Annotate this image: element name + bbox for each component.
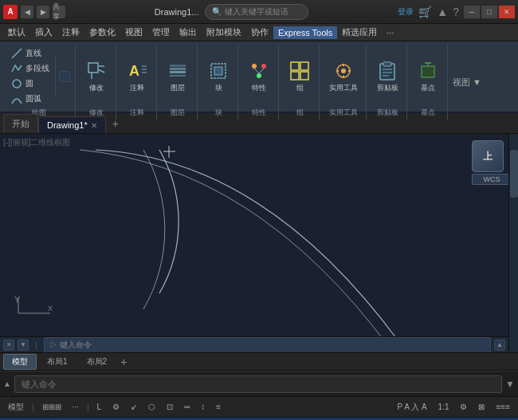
group-btn[interactable]: 组 — [285, 58, 314, 94]
menu-insert[interactable]: 插入 — [30, 25, 57, 40]
clipboard-btn[interactable]: 剪贴板 — [373, 58, 402, 94]
status-polar[interactable]: ⬡ — [145, 401, 159, 413]
view-toggle[interactable]: 视图 ▼ — [449, 45, 485, 120]
command-line: ▲ ▼ — [0, 371, 518, 396]
add-layout-btn[interactable]: + — [117, 355, 130, 368]
clipboard-icon — [376, 60, 398, 82]
draw-expand-btn[interactable] — [59, 71, 70, 82]
ribbon-group-clipboard: 剪贴板 剪贴板 — [368, 45, 407, 120]
quick-access-forward[interactable]: ▶ — [37, 6, 49, 18]
svg-rect-39 — [0, 134, 518, 352]
draw-circle-btn[interactable]: 圆 — [8, 77, 52, 91]
side-scrollbar[interactable] — [508, 134, 518, 352]
drawing-title: Drawing1... — [155, 7, 199, 17]
menu-addons[interactable]: 附加模块 — [202, 25, 246, 40]
add-drawing-tab[interactable]: + — [106, 114, 125, 133]
command-input[interactable] — [14, 375, 502, 393]
status-ortho[interactable]: ↙ — [128, 401, 140, 413]
svg-line-19 — [254, 69, 259, 73]
app-icon[interactable]: A — [3, 5, 18, 19]
block-icon — [207, 60, 230, 82]
modify-items: 修改 — [82, 46, 111, 106]
ribbon-group-modify: 修改 修改 — [77, 45, 116, 120]
mini-toolbar: ✕ ▼ | ▷ 键入命令 ▲ — [0, 336, 508, 352]
login-btn[interactable]: 登录 — [398, 6, 414, 18]
share-btn[interactable]: 共享 — [53, 6, 65, 18]
modify-btn[interactable]: 修改 — [82, 58, 111, 94]
help-icon[interactable]: ? — [453, 6, 459, 18]
close-btn[interactable]: ✕ — [499, 6, 515, 18]
menu-output[interactable]: 输出 — [175, 25, 202, 40]
properties-label: 特性 — [252, 84, 266, 92]
draw-polyline-btn[interactable]: 多段线 — [8, 61, 52, 76]
model-tab-layout2[interactable]: 布局2 — [78, 354, 116, 370]
status-snap[interactable]: L — [94, 401, 105, 413]
annotation-group-label: 注释 — [130, 108, 144, 118]
status-scale[interactable]: 1:1 — [435, 401, 453, 413]
ribbon-group-utilities: 实用工具 实用工具 — [321, 45, 367, 120]
layers-icon — [167, 60, 189, 82]
status-model[interactable]: 模型 — [5, 400, 27, 414]
arc-icon — [10, 92, 23, 105]
cmd-scroll-icon[interactable]: ▼ — [505, 379, 515, 390]
menu-annotation[interactable]: 注释 — [57, 25, 84, 40]
menu-manage[interactable]: 管理 — [147, 25, 175, 40]
status-grid[interactable]: ⊞⊞⊞ — [39, 401, 65, 413]
status-fullscreen[interactable]: ≡≡≡ — [492, 401, 513, 413]
nav-cube[interactable]: 上 WCS — [472, 140, 512, 180]
restore-btn[interactable]: □ — [481, 6, 497, 18]
title-bar-right: 登录 🛒 ▲ ? ─ □ ✕ — [398, 6, 515, 18]
annotation-items: A 注释 — [123, 46, 151, 106]
mini-btn-1[interactable]: ✕ — [3, 340, 14, 351]
status-lock[interactable]: ⊠ — [475, 401, 488, 413]
draw-line-btn[interactable]: 直线 — [8, 46, 52, 61]
base-btn[interactable]: 基点 — [414, 58, 442, 94]
scroll-thumb[interactable] — [510, 150, 518, 198]
menu-default[interactable]: 默认 — [3, 25, 30, 40]
status-osnap[interactable]: ⊡ — [163, 401, 176, 413]
menu-more[interactable]: ··· — [382, 26, 398, 39]
status-workspace[interactable]: ⚙ — [457, 401, 470, 413]
utilities-btn[interactable]: 实用工具 — [326, 58, 361, 94]
tab-drawing1-label: Drawing1* — [47, 120, 88, 130]
model-tab-layout1[interactable]: 布局1 — [38, 354, 77, 370]
menu-view[interactable]: 视图 — [120, 25, 147, 40]
title-bar-icons: A ◀ ▶ 共享 — [3, 5, 65, 19]
model-tab-model[interactable]: 模型 — [3, 354, 37, 370]
menu-featured[interactable]: 精选应用 — [337, 25, 382, 40]
modify-label: 修改 — [89, 84, 104, 92]
share2-icon[interactable]: ▲ — [437, 6, 448, 18]
tab-start-label: 开始 — [12, 118, 29, 130]
tab-drawing1[interactable]: Drawing1* ✕ — [38, 116, 106, 133]
status-lineweight[interactable]: ↕ — [198, 401, 208, 413]
tab-start[interactable]: 开始 — [3, 114, 38, 133]
status-transparency[interactable]: ≡ — [213, 401, 224, 413]
svg-line-20 — [259, 69, 264, 73]
tab-close-icon[interactable]: ✕ — [91, 121, 97, 130]
quick-access-back[interactable]: ◀ — [21, 6, 33, 18]
annotation-btn[interactable]: A 注释 — [123, 58, 151, 94]
draw-arc-btn[interactable]: 圆弧 — [8, 92, 52, 106]
status-settings[interactable]: ⚙ — [109, 401, 123, 413]
menu-params[interactable]: 参数化 — [84, 25, 120, 40]
layers-btn[interactable]: 图层 — [163, 58, 192, 94]
svg-point-17 — [261, 64, 266, 69]
menu-collab[interactable]: 协作 — [246, 25, 273, 40]
minimize-btn[interactable]: ─ — [464, 6, 480, 18]
block-btn[interactable]: 块 — [204, 58, 233, 94]
properties-btn[interactable]: 特性 — [245, 58, 273, 94]
cart-icon[interactable]: 🛒 — [418, 6, 432, 18]
menu-express-tools[interactable]: Express Tools — [273, 26, 337, 39]
status-annotation[interactable]: P A 入 A — [394, 400, 430, 414]
cmd-expand-icon[interactable]: ▲ — [3, 379, 11, 388]
mini-btn-scroll[interactable]: ▲ — [494, 340, 505, 351]
circle-label: 圆 — [26, 78, 33, 89]
base-icon — [417, 60, 439, 82]
search-bar[interactable]: 🔍 键入关键字或短语 — [205, 4, 308, 20]
block-group-label: 块 — [215, 108, 222, 118]
status-3d[interactable]: ═ — [181, 401, 193, 413]
svg-rect-10 — [170, 71, 186, 73]
mini-btn-2[interactable]: ▼ — [18, 340, 29, 351]
group-items: 组 — [285, 46, 314, 106]
status-more[interactable]: ··· — [69, 401, 82, 413]
